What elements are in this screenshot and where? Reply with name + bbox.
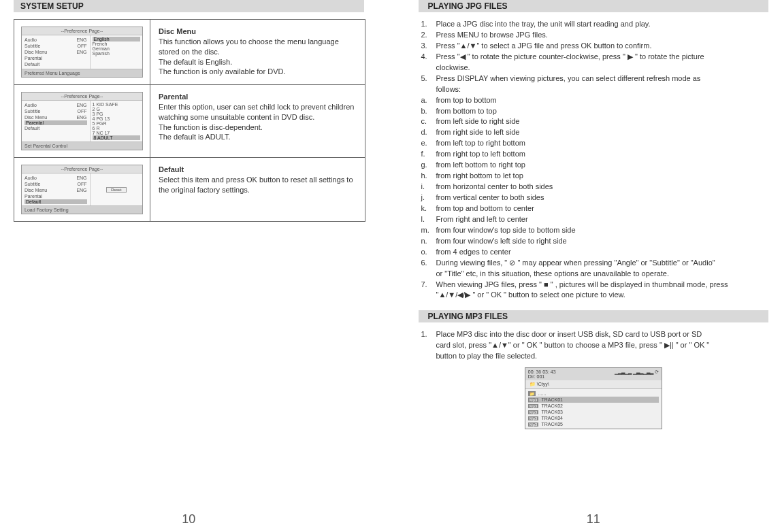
list-item: 📁...... (528, 390, 659, 397)
system-setup-header: SYSTEM SETUP (14, 0, 364, 12)
setting-description: Disc MenuThis function allows you to cho… (150, 20, 365, 84)
list-item: 3.Press "▲/▼" to select a JPG file and p… (421, 41, 769, 52)
list-item: j.from vertical center to both sides (421, 193, 769, 203)
list-item: 2.Press MENU to browse JPG files. (421, 30, 769, 41)
menu-screenshot: --Preference Page-- AudioENGSubtitleOFFD… (14, 158, 150, 221)
list-item: Mp3TRACK03 (528, 409, 659, 415)
list-item: g.from left bottom to right top (421, 160, 769, 171)
list-item: 6.During viewing files, " ⊘ " may appear… (421, 258, 769, 269)
mp3-instructions: 1.Place MP3 disc into the disc door or i… (419, 329, 769, 362)
table-row: --Preference Page-- AudioENGSubtitleOFFD… (14, 158, 365, 221)
list-item: Mp3TRACK04 (528, 415, 659, 421)
list-item: i.from horizontal center to both sides (421, 182, 769, 193)
jpg-instructions: 1.Place a JPG disc into the tray, the un… (419, 19, 769, 301)
setting-description: DefaultSelect this item and press OK but… (150, 158, 365, 221)
mp3-track-list: 📁......Mp3TRACK01Mp3TRACK02Mp3TRACK03Mp3… (525, 389, 662, 429)
list-item: h.from right bottom to let top (421, 171, 769, 182)
table-row: --Preference Page-- AudioENGSubtitleOFFD… (14, 20, 365, 85)
list-item: follows: (421, 84, 769, 95)
list-item: 5.Press DISPLAY when viewing pictures, y… (421, 73, 769, 84)
left-page: SYSTEM SETUP --Preference Page-- AudioEN… (14, 0, 364, 532)
playing-mp3-header: PLAYING MP3 FILES (419, 310, 769, 322)
page-number-right: 11 (587, 512, 600, 527)
list-item: 1.Place MP3 disc into the disc door or i… (421, 329, 769, 340)
list-item: Mp3TRACK05 (528, 421, 659, 427)
list-item: button to play the file selected. (421, 351, 769, 362)
list-item: m.from four window's top side to bottom … (421, 225, 769, 236)
list-item: n.from four window's left side to right … (421, 236, 769, 247)
list-item: k.from top and bottom to center (421, 203, 769, 214)
list-item: f.from right top to left bottom (421, 149, 769, 160)
mp3-path: 📁 \Ctyy\ (525, 380, 662, 389)
menu-screenshot: --Preference Page-- AudioENGSubtitleOFFD… (14, 85, 150, 157)
list-item: 7.When viewing JPG files, press " ■ " , … (421, 280, 769, 290)
list-item: 1.Place a JPG disc into the tray, the un… (421, 19, 769, 30)
list-item: e.from left top to right bottom (421, 138, 769, 149)
list-item: c.from left side to right side (421, 116, 769, 127)
mp3-player-mock: 00: 36 03: 43 Dir: 001 ▁▂▃▁▂ ▁▃▂▁▃▂ ⟳ 📁 … (525, 367, 662, 429)
list-item: clockwise. (421, 63, 769, 73)
page-number-left: 10 (182, 512, 195, 527)
right-page: PLAYING JPG FILES 1.Place a JPG disc int… (419, 0, 769, 532)
list-item: a.from top to bottom (421, 95, 769, 106)
mp3-time: 00: 36 03: 43 (528, 369, 556, 374)
list-item: o.from 4 edges to center (421, 247, 769, 258)
playing-jpg-header: PLAYING JPG FILES (419, 0, 769, 12)
list-item: Mp3TRACK02 (528, 403, 659, 409)
mp3-dir: Dir: 001 (528, 374, 545, 379)
list-item: card slot, press "▲/▼" or " OK " button … (421, 340, 769, 351)
list-item: Mp3TRACK01 (528, 397, 659, 403)
mp3-equalizer-icon: ▁▂▃▁▂ ▁▃▂▁▃▂ ⟳ (615, 369, 659, 379)
list-item: l.From right and left to center (421, 214, 769, 225)
menu-screenshot: --Preference Page-- AudioENGSubtitleOFFD… (14, 20, 150, 84)
system-setup-table: --Preference Page-- AudioENGSubtitleOFFD… (14, 19, 365, 222)
list-item: "▲/▼/◀/▶ " or " OK " button to select on… (421, 290, 769, 301)
list-item: b.from bottom to top (421, 106, 769, 117)
list-item: d.from right side to left side (421, 127, 769, 138)
list-item: 4.Press "◀ " to rotate the picture count… (421, 52, 769, 63)
table-row: --Preference Page-- AudioENGSubtitleOFFD… (14, 85, 365, 158)
setting-description: ParentalEnter this option, user can set … (150, 85, 365, 157)
list-item: or "Title" etc, in this situation, these… (421, 269, 769, 280)
